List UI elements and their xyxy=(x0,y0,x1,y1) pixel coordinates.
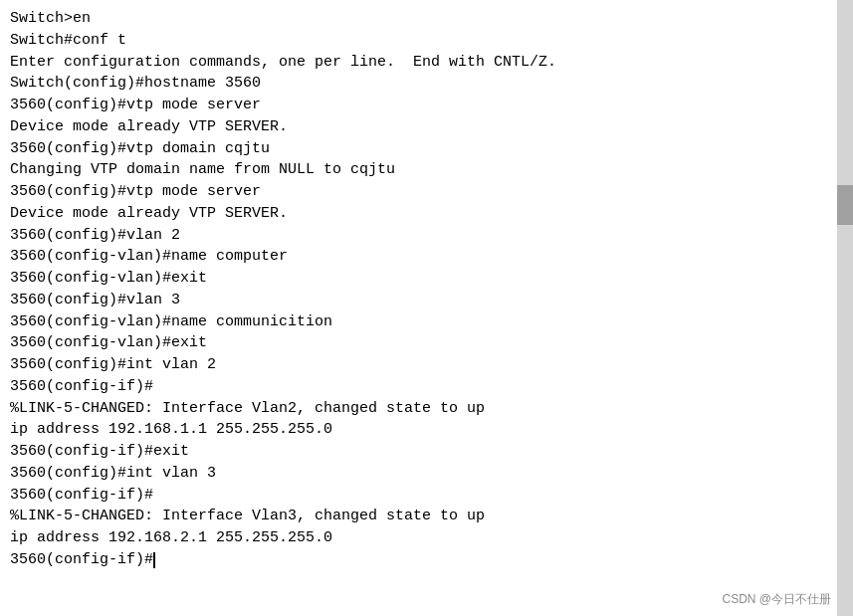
terminal-line: 3560(config-vlan)#exit xyxy=(10,268,843,290)
terminal-window: Switch>enSwitch#conf tEnter configuratio… xyxy=(0,0,853,616)
terminal-line: Switch>en xyxy=(10,8,843,30)
terminal-line: 3560(config)#int vlan 3 xyxy=(10,463,843,485)
terminal-line: 3560(config-if)# xyxy=(10,485,843,507)
terminal-line: %LINK-5-CHANGED: Interface Vlan2, change… xyxy=(10,398,843,420)
terminal-line: 3560(config)#vtp domain cqjtu xyxy=(10,138,843,160)
scrollbar-track[interactable] xyxy=(837,0,853,616)
terminal-line: 3560(config)#vtp mode server xyxy=(10,95,843,116)
terminal-line: 3560(config)#int vlan 2 xyxy=(10,354,843,376)
terminal-line: 3560(config-if)# xyxy=(10,376,843,398)
terminal-line: ip address 192.168.2.1 255.255.255.0 xyxy=(10,527,843,549)
terminal-line: 3560(config-vlan)#name communicition xyxy=(10,311,843,333)
terminal-line: 3560(config-vlan)#name computer xyxy=(10,246,843,268)
watermark: CSDN @今日不仕册 xyxy=(722,591,831,608)
terminal-lines: Switch>enSwitch#conf tEnter configuratio… xyxy=(10,8,843,571)
terminal-line: Device mode already VTP SERVER. xyxy=(10,203,843,225)
terminal-line: 3560(config)#vtp mode server xyxy=(10,181,843,203)
terminal-line: Enter configuration commands, one per li… xyxy=(10,52,843,74)
terminal-line: 3560(config)#vlan 3 xyxy=(10,290,843,311)
terminal-line: 3560(config-vlan)#exit xyxy=(10,332,843,354)
terminal-cursor xyxy=(153,552,155,568)
terminal-line: ip address 192.168.1.1 255.255.255.0 xyxy=(10,419,843,441)
terminal-line: Device mode already VTP SERVER. xyxy=(10,116,843,138)
terminal-line: Switch#conf t xyxy=(10,30,843,52)
scrollbar-thumb[interactable] xyxy=(837,185,853,225)
terminal-line: 3560(config)#vlan 2 xyxy=(10,225,843,247)
terminal-line: Switch(config)#hostname 3560 xyxy=(10,73,843,95)
terminal-body[interactable]: Switch>enSwitch#conf tEnter configuratio… xyxy=(0,0,853,616)
terminal-line: %LINK-5-CHANGED: Interface Vlan3, change… xyxy=(10,506,843,527)
terminal-line: 3560(config-if)#exit xyxy=(10,441,843,463)
terminal-line: Changing VTP domain name from NULL to cq… xyxy=(10,159,843,181)
terminal-line: 3560(config-if)# xyxy=(10,549,843,571)
